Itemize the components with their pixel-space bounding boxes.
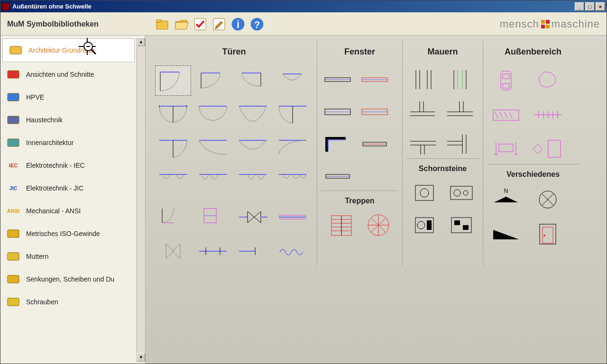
sidebar-item-icon: JIC (5, 182, 21, 195)
sidebar-item-5[interactable]: IECElektrotechnik - IEC (0, 154, 137, 177)
symbol-car[interactable] (487, 65, 525, 96)
sidebar-item-label: Elektrotechnik - IEC (26, 162, 85, 169)
svg-text:?: ? (254, 19, 260, 30)
sidebar-item-0[interactable]: Architektur Grundrisse (2, 38, 135, 62)
symbol-door-double-2[interactable] (195, 100, 231, 130)
toolbar-buttons: i ? (154, 16, 265, 32)
symbol-door-r3-4[interactable] (275, 134, 311, 164)
library-title: MuM Symbolbibliotheken (7, 20, 149, 28)
svg-point-107 (454, 190, 460, 196)
sidebar-item-6[interactable]: JICElektrotechnik - JIC (0, 177, 137, 200)
sidebar-item-label: Haustechnik (26, 116, 63, 124)
symbol-stairs-straight[interactable] (325, 211, 358, 239)
sidebar-item-8[interactable]: Metrisches ISO-Gewinde (0, 222, 137, 245)
sidebar-item-label: Elektrotechnik - JIC (26, 184, 83, 192)
symbol-door-r6-1[interactable] (155, 236, 191, 266)
sidebar-item-label: Senkungen, Scheiben und Du (26, 275, 114, 283)
symbol-door-double-1[interactable] (155, 100, 191, 130)
symbol-wedge[interactable] (487, 218, 525, 249)
symbol-window-corner[interactable] (321, 130, 354, 158)
symbol-table[interactable] (487, 134, 525, 164)
symbol-chimney-4[interactable] (445, 211, 478, 239)
category-title-verschiedenes: Verschiedenes (487, 164, 579, 184)
svg-line-77 (371, 225, 378, 233)
symbol-window-6[interactable] (321, 162, 354, 191)
symbol-wall-t3[interactable] (406, 130, 440, 158)
symbol-outdoor-misc[interactable] (529, 134, 567, 164)
symbol-door-single-4[interactable] (275, 65, 311, 96)
symbol-door-single-2[interactable] (195, 65, 231, 96)
maximize-button[interactable]: □ (585, 2, 595, 11)
symbol-window-3[interactable] (321, 98, 354, 126)
symbol-chimney-3[interactable] (408, 211, 441, 239)
close-button[interactable]: × (596, 2, 605, 11)
symbol-door-r4-2[interactable] (195, 168, 231, 198)
open-folder-icon[interactable] (173, 16, 189, 32)
sidebar-item-4[interactable]: Innenarchitektur (0, 131, 137, 154)
symbol-fence[interactable] (529, 100, 567, 130)
scroll-down-icon[interactable]: ▼ (137, 353, 145, 362)
scroll-track[interactable] (137, 46, 145, 353)
symbol-hedge[interactable] (487, 100, 525, 130)
symbol-door-r5-2[interactable] (195, 202, 231, 232)
symbol-window-1[interactable] (321, 65, 354, 94)
symbol-door-double-4[interactable] (275, 100, 311, 130)
symbol-wall-1[interactable] (406, 65, 440, 94)
thumbs-tueren (155, 65, 313, 266)
symbol-chimney-1[interactable] (408, 179, 441, 207)
symbol-door-r6-2[interactable] (195, 236, 231, 266)
svg-rect-113 (454, 220, 460, 225)
symbol-north-arrow[interactable]: N (487, 184, 525, 215)
minimize-button[interactable]: _ (575, 2, 584, 11)
symbol-wall-t1[interactable] (406, 98, 440, 126)
scroll-up-icon[interactable]: ▲ (137, 37, 145, 46)
symbol-door-single-3[interactable] (235, 65, 271, 96)
symbol-wall-2[interactable] (443, 65, 477, 94)
thumbs-verschiedenes: N (487, 184, 579, 249)
svg-rect-1 (156, 20, 162, 22)
symbol-stairs-spiral[interactable] (362, 211, 395, 239)
symbol-wall-t2[interactable] (443, 98, 477, 126)
symbol-door-r4-4[interactable] (275, 168, 311, 198)
sidebar-scrollbar[interactable]: ▲ ▼ (137, 37, 145, 362)
sidebar-item-2[interactable]: HPVE (0, 86, 137, 109)
sidebar-item-10[interactable]: Senkungen, Scheiben und Du (0, 268, 137, 291)
sidebar-item-7[interactable]: ANSIMechanical - ANSI (0, 200, 137, 222)
symbol-chimney-2[interactable] (445, 179, 478, 207)
sidebar-item-3[interactable]: Haustechnik (0, 109, 137, 131)
symbol-window-5[interactable] (358, 130, 391, 158)
symbol-door-r4-3[interactable] (235, 168, 271, 198)
sidebar-item-11[interactable]: Schrauben (0, 291, 137, 313)
check-icon[interactable] (192, 16, 208, 32)
symbol-door-r6-4[interactable] (275, 236, 311, 266)
symbol-door-elev[interactable] (529, 218, 567, 249)
symbol-door-r3-3[interactable] (235, 134, 271, 164)
symbol-door-single-1[interactable] (155, 65, 191, 96)
category-fenster: Fenster Treppen (317, 40, 403, 266)
help-icon[interactable]: ? (249, 16, 265, 32)
svg-rect-16 (8, 298, 19, 306)
symbol-window-2[interactable] (358, 65, 391, 94)
symbol-door-r4-1[interactable] (155, 168, 191, 198)
symbol-window-4[interactable] (358, 98, 391, 126)
body: Architektur GrundrisseAnsichten und Schn… (0, 36, 607, 364)
symbol-door-r6-3[interactable] (235, 236, 271, 266)
edit-icon[interactable] (211, 16, 227, 32)
symbol-door-r5-4[interactable] (275, 202, 311, 232)
info-icon[interactable]: i (230, 16, 246, 32)
symbol-tree[interactable] (529, 65, 567, 96)
symbol-door-r3-1[interactable] (155, 134, 191, 164)
toolbar: MuM Symbolbibliotheken i ? mensch (0, 12, 607, 36)
sidebar-item-9[interactable]: Muttern (0, 245, 137, 268)
folder-icon[interactable] (154, 16, 170, 32)
symbol-door-r5-1[interactable] (155, 202, 191, 232)
symbol-door-double-3[interactable] (235, 100, 271, 130)
svg-line-79 (378, 225, 386, 233)
category-tueren: Türen (151, 40, 317, 266)
sidebar-item-1[interactable]: Ansichten und Schnitte (0, 63, 137, 86)
symbol-wall-t4[interactable] (443, 130, 477, 158)
symbol-door-r3-2[interactable] (195, 134, 231, 164)
sidebar-item-label: Metrisches ISO-Gewinde (26, 230, 100, 237)
symbol-door-r5-3[interactable] (235, 202, 271, 232)
symbol-circle-cross[interactable] (529, 184, 567, 215)
